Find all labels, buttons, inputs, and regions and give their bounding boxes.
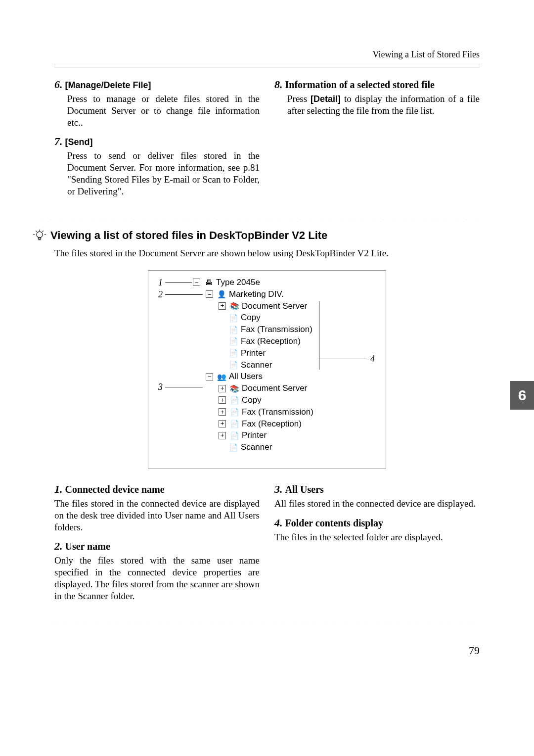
item-6-num: 6. [54, 78, 63, 91]
doc-icon: 📄 [230, 419, 239, 428]
doc-stack-icon: 📚 [230, 384, 239, 393]
tree-node-a-printer: + 📄 Printer [193, 429, 313, 441]
doc-icon: 📄 [229, 349, 238, 358]
doc-icon: 📄 [229, 325, 238, 334]
user-icon: 👤 [217, 290, 226, 299]
tree-allusers-label: All Users [229, 371, 263, 382]
tree-node-a-copy: + 📄 Copy [193, 394, 313, 406]
tree-node-a-fax-rx: + 📄 Fax (Reception) [193, 418, 313, 430]
tree-a-faxrx-label: Fax (Reception) [242, 418, 302, 430]
callout-4-line [319, 359, 367, 359]
tree-root-label: Type 2045e [216, 277, 260, 288]
lower-columns: 1. Connected device name The files store… [54, 483, 480, 609]
upper-columns: 6. [Manage/Delete File] Press to manage … [54, 78, 480, 204]
plus-box-icon: + [219, 408, 226, 416]
item-2-heading: 2. User name [54, 540, 260, 553]
dotted-divider-top: . . . . . . . . . . . . . . . . . . . . … [40, 216, 480, 220]
tree-m-docserver-label: Document Server [242, 300, 307, 312]
item-3-num: 3. [274, 483, 283, 495]
users-icon: 👥 [217, 372, 226, 381]
item-2-body: Only the files stored with the same user… [54, 555, 260, 602]
item-6-heading: 6. [Manage/Delete File] [54, 78, 260, 91]
tree-a-scanner-label: Scanner [241, 441, 272, 453]
svg-line-6 [43, 231, 44, 232]
item-4-num: 4. [274, 517, 283, 529]
tree-node-m-fax-tx: 📄 Fax (Transmission) [193, 324, 313, 335]
page-number: 79 [54, 644, 480, 657]
page-content: Viewing a List of Stored Files 6. [Manag… [0, 0, 534, 687]
item-8-heading: 8. Information of a selected stored file [274, 78, 480, 91]
item-1-heading: 1. Connected device name [54, 483, 260, 496]
tree-m-copy-label: Copy [241, 312, 261, 324]
tree-a-printer-label: Printer [242, 429, 267, 441]
upper-left-col: 6. [Manage/Delete File] Press to manage … [54, 78, 260, 204]
item-4-body: The files in the selected folder are dis… [274, 531, 480, 543]
tree-a-copy-label: Copy [242, 394, 262, 406]
doc-icon: 📄 [229, 313, 238, 322]
dotted-divider-bottom: . . . . . . . . . . . . . . . . . . . . … [54, 620, 480, 624]
doc-icon: 📄 [229, 337, 238, 346]
callout-4-label: 4 [370, 354, 375, 364]
item-3-body: All files stored in the connected device… [274, 498, 480, 510]
callout-1-line [165, 283, 192, 283]
minus-box-icon: − [193, 279, 200, 286]
item-4-heading: 4. Folder contents display [274, 517, 480, 529]
callout-1-label: 1 [158, 278, 163, 288]
plus-box-icon: + [219, 420, 226, 427]
tree-m-faxtx-label: Fax (Transmission) [241, 324, 312, 335]
tree-m-printer-label: Printer [241, 347, 266, 359]
lower-left-col: 1. Connected device name The files store… [54, 483, 260, 609]
item-6-body: Press to manage or delete files stored i… [67, 93, 260, 128]
item-7-label: [Send] [65, 137, 93, 147]
lightbulb-icon [33, 229, 46, 242]
item-8-body-prefix: Press [287, 94, 311, 104]
figure-wrap: 1 2 3 4 − 🖶 Type 2045e − 👤 Marketin [54, 270, 480, 469]
callout-3-label: 3 [158, 382, 163, 392]
device-icon: 🖶 [204, 278, 213, 287]
minus-box-icon: − [206, 373, 213, 380]
callout-4-vline [319, 301, 319, 370]
tree-a-docserver-label: Document Server [242, 382, 307, 394]
section-intro: The files stored in the Document Server … [54, 247, 480, 259]
desktopbinder-tree-figure: 1 2 3 4 − 🖶 Type 2045e − 👤 Marketin [148, 270, 386, 469]
item-8-body: Press [Detail] to display the informatio… [287, 93, 480, 117]
tree-node-marketing: − 👤 Marketing DIV. [193, 288, 313, 300]
tree-marketing-label: Marketing DIV. [229, 288, 284, 300]
minus-box-icon: − [206, 290, 213, 298]
tree-node-m-fax-rx: 📄 Fax (Reception) [193, 335, 313, 347]
item-8-num: 8. [274, 78, 283, 91]
plus-box-icon: + [219, 385, 226, 392]
tree-root: − 🖶 Type 2045e [193, 277, 313, 288]
tree-node-m-copy: 📄 Copy [193, 312, 313, 324]
tree-node-allusers: − 👥 All Users [193, 371, 313, 382]
plus-box-icon: + [219, 432, 226, 439]
item-8-label: Information of a selected stored file [285, 79, 435, 90]
item-1-body: The files stored in the connected device… [54, 498, 260, 533]
tree-node-a-fax-tx: + 📄 Fax (Transmission) [193, 406, 313, 418]
doc-icon: 📄 [230, 431, 239, 440]
item-1-num: 1. [54, 483, 63, 495]
tree-a-faxtx-label: Fax (Transmission) [242, 406, 313, 418]
side-tab-chapter: 6 [510, 381, 534, 410]
item-8-body-bold: [Detail] [311, 94, 341, 104]
tree-view: − 🖶 Type 2045e − 👤 Marketing DIV. + 📚 Do… [193, 277, 313, 453]
header-rule [54, 67, 480, 67]
item-7-num: 7. [54, 135, 63, 147]
item-6-label: [Manage/Delete File] [65, 80, 151, 90]
doc-icon: 📄 [229, 360, 238, 369]
item-1-label: Connected device name [65, 484, 165, 495]
item-3-heading: 3. All Users [274, 483, 480, 496]
plus-box-icon: + [219, 396, 226, 404]
item-3-label: All Users [285, 484, 324, 495]
doc-icon: 📄 [229, 443, 238, 452]
item-2-label: User name [65, 541, 110, 552]
tree-node-m-scanner: 📄 Scanner [193, 359, 313, 371]
item-7-body: Press to send or deliver files stored in… [67, 150, 260, 197]
tree-m-scanner-label: Scanner [241, 359, 272, 371]
tree-node-m-printer: 📄 Printer [193, 347, 313, 359]
item-4-label: Folder contents display [285, 518, 384, 528]
callout-2-label: 2 [158, 289, 163, 300]
lower-right-col: 3. All Users All files stored in the con… [274, 483, 480, 609]
upper-right-col: 8. Information of a selected stored file… [274, 78, 480, 204]
item-7-heading: 7. [Send] [54, 135, 260, 148]
